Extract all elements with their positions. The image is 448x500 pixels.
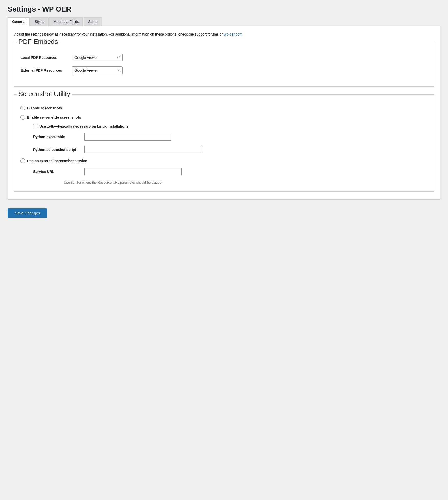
python-executable-input[interactable] — [84, 133, 171, 141]
python-executable-row: Python executable — [33, 133, 428, 141]
screenshot-utility-title: Screenshot Utility — [17, 90, 72, 98]
xvfb-label: Use xvfb—typically necessary on Linux in… — [39, 124, 129, 128]
python-script-row: Python screenshot script — [33, 146, 428, 153]
python-fields: Python executable Python screenshot scri… — [33, 133, 428, 153]
xvfb-row: Use xvfb—typically necessary on Linux in… — [33, 124, 428, 128]
pdf-embeds-section: PDF Embeds Local PDF Resources Google Vi… — [14, 42, 434, 87]
external-service-row: Use an external screenshot service — [20, 158, 428, 163]
server-side-screenshots-row: Enable server-side screenshots — [20, 115, 428, 120]
external-pdf-select[interactable]: Google Viewer PDF.js Direct Link Disable… — [72, 66, 123, 74]
tab-bar: General Styles Metadata Fields Setup — [8, 17, 440, 26]
wp-oer-link[interactable]: wp-oer.com — [224, 32, 242, 36]
pdf-embeds-content: Local PDF Resources Google Viewer PDF.js… — [20, 54, 428, 74]
local-pdf-select[interactable]: Google Viewer PDF.js Direct Link Disable… — [72, 54, 123, 61]
tab-styles[interactable]: Styles — [30, 17, 49, 26]
external-pdf-label: External PDF Resources — [20, 68, 72, 72]
external-service-label: Use an external screenshot service — [27, 159, 87, 163]
service-url-input[interactable] — [84, 168, 182, 175]
save-changes-button[interactable]: Save Changes — [8, 208, 47, 218]
service-url-row: Service URL — [33, 168, 428, 175]
disable-screenshots-row: Disable screenshots — [20, 106, 428, 110]
python-script-label: Python screenshot script — [33, 147, 84, 152]
pdf-embeds-title: PDF Embeds — [17, 38, 60, 46]
screenshot-utility-content: Disable screenshots Enable server-side s… — [20, 106, 428, 184]
tab-metadata-fields[interactable]: Metadata Fields — [49, 17, 83, 26]
disable-screenshots-label: Disable screenshots — [27, 106, 62, 110]
python-script-input[interactable] — [84, 146, 202, 153]
server-side-label: Enable server-side screenshots — [27, 115, 81, 119]
disable-screenshots-radio[interactable] — [20, 106, 25, 110]
service-url-helper: Use $url for where the Resource URL para… — [64, 180, 428, 184]
service-url-fields: Service URL Use $url for where the Resou… — [33, 168, 428, 184]
python-executable-label: Python executable — [33, 135, 84, 139]
page-title: Settings - WP OER — [8, 5, 440, 13]
server-side-radio[interactable] — [20, 115, 25, 120]
local-pdf-row: Local PDF Resources Google Viewer PDF.js… — [20, 54, 428, 61]
content-area: Adjust the settings below as necessary f… — [8, 26, 440, 200]
xvfb-checkbox[interactable] — [33, 124, 37, 128]
tab-general[interactable]: General — [8, 17, 30, 26]
external-pdf-row: External PDF Resources Google Viewer PDF… — [20, 66, 428, 74]
tab-setup[interactable]: Setup — [84, 17, 102, 26]
description-text: Adjust the settings below as necessary f… — [14, 31, 434, 37]
external-service-radio[interactable] — [20, 158, 25, 163]
service-url-label: Service URL — [33, 169, 84, 174]
local-pdf-label: Local PDF Resources — [20, 55, 72, 60]
screenshot-utility-section: Screenshot Utility Disable screenshots E… — [14, 94, 434, 192]
description-main: Adjust the settings below as necessary f… — [14, 32, 223, 36]
